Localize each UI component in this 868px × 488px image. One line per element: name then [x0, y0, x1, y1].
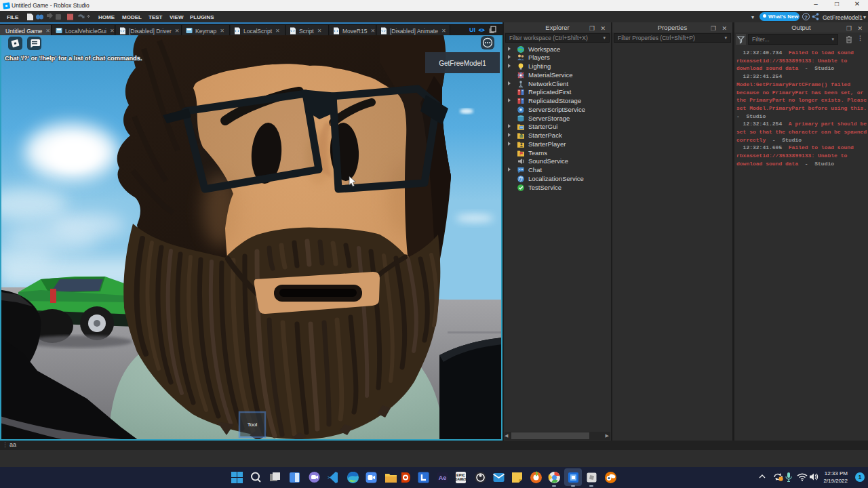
svg-text:GetFreeModel1: GetFreeModel1 [439, 60, 486, 67]
svg-text:GAMES: GAMES [455, 478, 467, 481]
svg-text:Ae: Ae [438, 474, 446, 481]
svg-text:Tool: Tool [248, 422, 258, 428]
svg-text:Chat '/?' or '/help' for a lis: Chat '/?' or '/help' for a list of chat … [5, 55, 142, 62]
svg-text:EPIC: EPIC [456, 473, 465, 477]
